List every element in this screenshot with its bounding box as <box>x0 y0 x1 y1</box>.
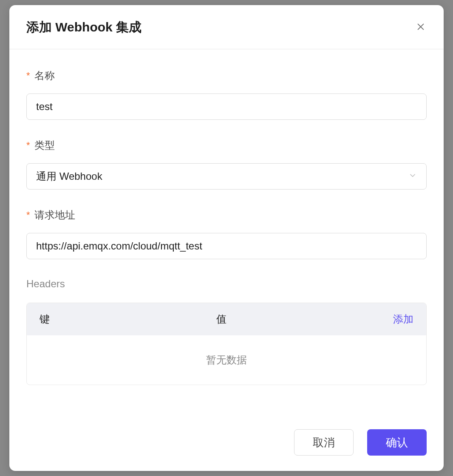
url-field-group: * 请求地址 <box>26 208 427 259</box>
headers-section-title: Headers <box>26 278 427 290</box>
headers-table-body: 暂无数据 <box>27 335 426 385</box>
name-label-text: 名称 <box>34 69 55 82</box>
modal-footer: 取消 确认 <box>9 416 444 471</box>
add-header-button[interactable]: 添加 <box>393 312 413 326</box>
header-key-column: 键 <box>40 312 216 326</box>
type-label: * 类型 <box>26 139 427 152</box>
modal-body: * 名称 * 类型 通用 Webhook * 请求地址 <box>9 49 444 416</box>
cancel-button[interactable]: 取消 <box>294 429 354 456</box>
close-icon <box>416 22 425 33</box>
confirm-button[interactable]: 确认 <box>367 429 427 456</box>
required-mark: * <box>26 210 30 221</box>
name-field-group: * 名称 <box>26 69 427 120</box>
type-select-value: 通用 Webhook <box>36 170 102 183</box>
header-value-column: 值 <box>216 312 393 326</box>
add-webhook-modal: 添加 Webhook 集成 * 名称 * 类型 通用 Webh <box>9 5 444 471</box>
modal-header: 添加 Webhook 集成 <box>9 5 444 49</box>
empty-data-text: 暂无数据 <box>40 353 413 367</box>
headers-table: 键 值 添加 暂无数据 <box>26 303 427 385</box>
close-button[interactable] <box>415 22 427 34</box>
headers-table-head: 键 值 添加 <box>27 303 426 335</box>
required-mark: * <box>26 140 30 151</box>
type-label-text: 类型 <box>34 139 55 152</box>
url-label-text: 请求地址 <box>34 208 75 222</box>
name-input[interactable] <box>26 94 427 120</box>
required-mark: * <box>26 70 30 81</box>
modal-title: 添加 Webhook 集成 <box>26 19 142 36</box>
name-label: * 名称 <box>26 69 427 82</box>
type-field-group: * 类型 通用 Webhook <box>26 139 427 190</box>
type-select[interactable]: 通用 Webhook <box>26 163 427 190</box>
url-input[interactable] <box>26 233 427 259</box>
chevron-down-icon <box>408 170 417 182</box>
url-label: * 请求地址 <box>26 208 427 222</box>
